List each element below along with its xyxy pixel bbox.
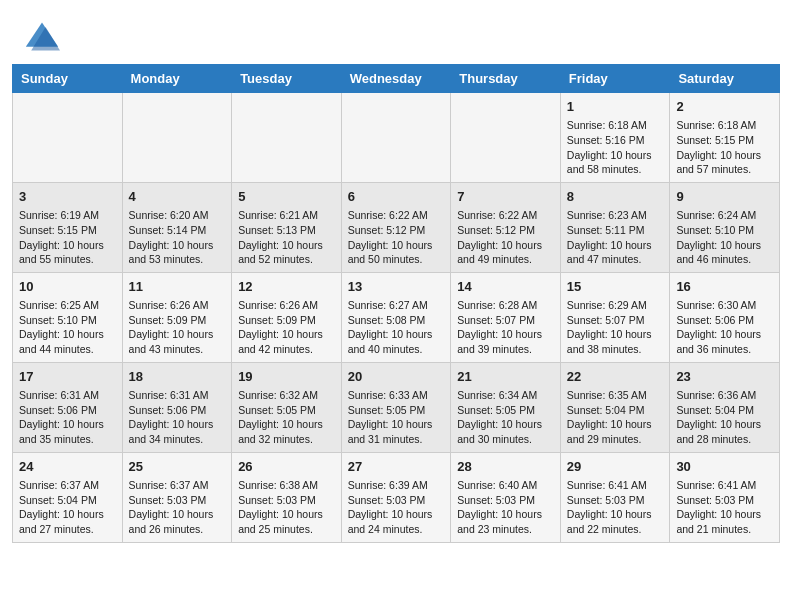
day-info-line: Sunset: 5:03 PM	[457, 493, 554, 508]
calendar-cell: 13Sunrise: 6:27 AMSunset: 5:08 PMDayligh…	[341, 272, 451, 362]
day-info-line: and 40 minutes.	[348, 342, 445, 357]
day-info-line: Daylight: 10 hours	[129, 417, 226, 432]
day-info-line: Sunset: 5:05 PM	[348, 403, 445, 418]
day-info-line: Daylight: 10 hours	[129, 327, 226, 342]
day-info-line: Daylight: 10 hours	[348, 238, 445, 253]
day-info-line: Sunset: 5:07 PM	[567, 313, 664, 328]
weekday-saturday: Saturday	[670, 65, 780, 93]
day-info-line: Sunset: 5:16 PM	[567, 133, 664, 148]
day-info-line: Sunrise: 6:32 AM	[238, 388, 335, 403]
day-number: 30	[676, 458, 773, 476]
day-number: 14	[457, 278, 554, 296]
day-number: 12	[238, 278, 335, 296]
day-info-line: and 50 minutes.	[348, 252, 445, 267]
day-info-line: Sunrise: 6:22 AM	[457, 208, 554, 223]
day-number: 29	[567, 458, 664, 476]
day-info-line: and 43 minutes.	[129, 342, 226, 357]
day-info-line: Daylight: 10 hours	[238, 417, 335, 432]
day-info-line: and 53 minutes.	[129, 252, 226, 267]
day-info-line: Daylight: 10 hours	[19, 238, 116, 253]
day-info-line: Sunrise: 6:18 AM	[567, 118, 664, 133]
day-info-line: Sunrise: 6:24 AM	[676, 208, 773, 223]
day-info-line: Sunrise: 6:19 AM	[19, 208, 116, 223]
day-info-line: Sunset: 5:06 PM	[129, 403, 226, 418]
calendar-cell: 21Sunrise: 6:34 AMSunset: 5:05 PMDayligh…	[451, 362, 561, 452]
day-number: 19	[238, 368, 335, 386]
calendar-cell: 20Sunrise: 6:33 AMSunset: 5:05 PMDayligh…	[341, 362, 451, 452]
calendar-cell: 14Sunrise: 6:28 AMSunset: 5:07 PMDayligh…	[451, 272, 561, 362]
calendar: SundayMondayTuesdayWednesdayThursdayFrid…	[0, 64, 792, 555]
day-info-line: Sunset: 5:06 PM	[676, 313, 773, 328]
day-info-line: and 27 minutes.	[19, 522, 116, 537]
day-info-line: Daylight: 10 hours	[129, 507, 226, 522]
day-info-line: and 22 minutes.	[567, 522, 664, 537]
calendar-cell: 22Sunrise: 6:35 AMSunset: 5:04 PMDayligh…	[560, 362, 670, 452]
day-info-line: Sunrise: 6:29 AM	[567, 298, 664, 313]
day-info-line: Sunset: 5:05 PM	[238, 403, 335, 418]
day-info-line: and 38 minutes.	[567, 342, 664, 357]
day-number: 5	[238, 188, 335, 206]
day-number: 27	[348, 458, 445, 476]
day-info-line: Sunset: 5:10 PM	[676, 223, 773, 238]
calendar-cell: 10Sunrise: 6:25 AMSunset: 5:10 PMDayligh…	[13, 272, 123, 362]
day-info-line: Sunrise: 6:36 AM	[676, 388, 773, 403]
calendar-cell: 23Sunrise: 6:36 AMSunset: 5:04 PMDayligh…	[670, 362, 780, 452]
day-info-line: Sunrise: 6:33 AM	[348, 388, 445, 403]
day-info-line: Sunset: 5:07 PM	[457, 313, 554, 328]
day-info-line: Sunrise: 6:21 AM	[238, 208, 335, 223]
day-info-line: Daylight: 10 hours	[19, 507, 116, 522]
day-info-line: and 52 minutes.	[238, 252, 335, 267]
calendar-cell: 24Sunrise: 6:37 AMSunset: 5:04 PMDayligh…	[13, 452, 123, 542]
day-info-line: Daylight: 10 hours	[238, 507, 335, 522]
day-number: 20	[348, 368, 445, 386]
logo	[24, 18, 64, 54]
day-info-line: and 42 minutes.	[238, 342, 335, 357]
day-info-line: Daylight: 10 hours	[348, 417, 445, 432]
day-info-line: Daylight: 10 hours	[676, 417, 773, 432]
calendar-cell: 29Sunrise: 6:41 AMSunset: 5:03 PMDayligh…	[560, 452, 670, 542]
day-info-line: and 26 minutes.	[129, 522, 226, 537]
calendar-cell	[13, 93, 123, 183]
day-number: 1	[567, 98, 664, 116]
day-info-line: Sunset: 5:12 PM	[457, 223, 554, 238]
day-info-line: Daylight: 10 hours	[348, 327, 445, 342]
day-info-line: and 47 minutes.	[567, 252, 664, 267]
week-row-0: 1Sunrise: 6:18 AMSunset: 5:16 PMDaylight…	[13, 93, 780, 183]
day-info-line: Sunset: 5:09 PM	[238, 313, 335, 328]
weekday-thursday: Thursday	[451, 65, 561, 93]
day-info-line: Sunrise: 6:23 AM	[567, 208, 664, 223]
day-info-line: Sunset: 5:03 PM	[238, 493, 335, 508]
day-info-line: Sunrise: 6:39 AM	[348, 478, 445, 493]
day-info-line: Sunrise: 6:37 AM	[19, 478, 116, 493]
day-info-line: and 31 minutes.	[348, 432, 445, 447]
day-info-line: Sunset: 5:06 PM	[19, 403, 116, 418]
day-info-line: Daylight: 10 hours	[457, 417, 554, 432]
day-info-line: Daylight: 10 hours	[567, 507, 664, 522]
day-info-line: Sunrise: 6:26 AM	[129, 298, 226, 313]
day-info-line: Sunrise: 6:31 AM	[19, 388, 116, 403]
day-info-line: Daylight: 10 hours	[238, 327, 335, 342]
calendar-cell: 9Sunrise: 6:24 AMSunset: 5:10 PMDaylight…	[670, 182, 780, 272]
day-info-line: Sunset: 5:04 PM	[676, 403, 773, 418]
day-info-line: and 30 minutes.	[457, 432, 554, 447]
day-info-line: and 44 minutes.	[19, 342, 116, 357]
day-info-line: and 39 minutes.	[457, 342, 554, 357]
day-number: 17	[19, 368, 116, 386]
calendar-cell: 25Sunrise: 6:37 AMSunset: 5:03 PMDayligh…	[122, 452, 232, 542]
day-info-line: Sunset: 5:04 PM	[567, 403, 664, 418]
day-info-line: Sunrise: 6:31 AM	[129, 388, 226, 403]
weekday-sunday: Sunday	[13, 65, 123, 93]
calendar-cell: 15Sunrise: 6:29 AMSunset: 5:07 PMDayligh…	[560, 272, 670, 362]
day-info-line: Sunset: 5:12 PM	[348, 223, 445, 238]
day-info-line: Daylight: 10 hours	[238, 238, 335, 253]
week-row-1: 3Sunrise: 6:19 AMSunset: 5:15 PMDaylight…	[13, 182, 780, 272]
calendar-cell	[122, 93, 232, 183]
calendar-cell: 17Sunrise: 6:31 AMSunset: 5:06 PMDayligh…	[13, 362, 123, 452]
day-info-line: and 28 minutes.	[676, 432, 773, 447]
day-number: 21	[457, 368, 554, 386]
day-info-line: Sunrise: 6:37 AM	[129, 478, 226, 493]
day-info-line: Daylight: 10 hours	[457, 238, 554, 253]
day-info-line: Daylight: 10 hours	[457, 507, 554, 522]
calendar-cell: 3Sunrise: 6:19 AMSunset: 5:15 PMDaylight…	[13, 182, 123, 272]
day-info-line: Sunset: 5:03 PM	[567, 493, 664, 508]
